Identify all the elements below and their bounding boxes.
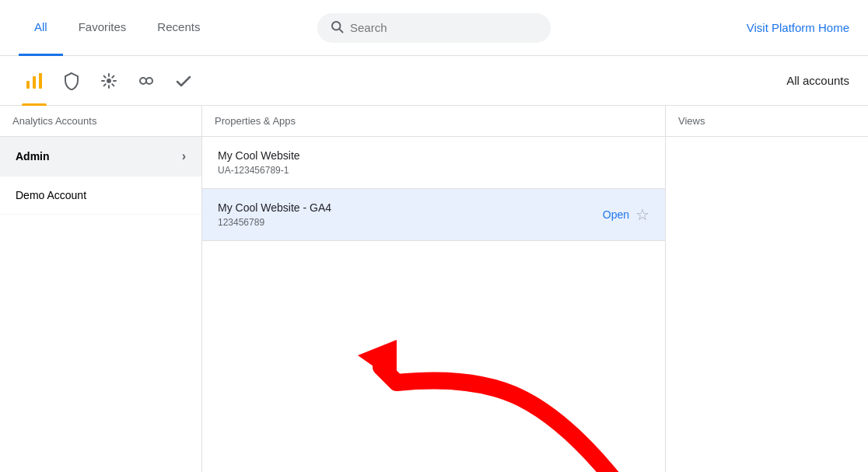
data-studio-icon-btn[interactable] xyxy=(131,65,162,96)
property-actions-ga4: Open ☆ xyxy=(603,205,649,224)
svg-point-7 xyxy=(146,78,152,84)
svg-rect-2 xyxy=(26,81,30,89)
tab-recents[interactable]: Recents xyxy=(142,1,215,56)
views-column-header: Views xyxy=(666,106,868,137)
property-row-ga4: My Cool Website - GA4 123456789 Open ☆ xyxy=(218,201,649,228)
property-id-ua: UA-123456789-1 xyxy=(218,165,649,176)
property-item-ga4[interactable]: My Cool Website - GA4 123456789 Open ☆ xyxy=(202,189,665,241)
svg-line-1 xyxy=(339,29,342,32)
search-box[interactable] xyxy=(317,13,551,43)
optimize-icon-btn[interactable] xyxy=(93,65,124,96)
property-name-ua: My Cool Website xyxy=(218,149,649,162)
product-icon-bar: All accounts xyxy=(0,56,868,106)
tab-all[interactable]: All xyxy=(19,1,63,56)
property-name-ga4: My Cool Website - GA4 xyxy=(218,201,331,214)
tab-favorites[interactable]: Favorites xyxy=(63,1,142,56)
accounts-column: Analytics Accounts Admin › Demo Account xyxy=(0,106,202,472)
all-accounts-label: All accounts xyxy=(786,74,849,87)
tag-manager-icon xyxy=(62,72,81,90)
data-studio-icon xyxy=(137,72,156,90)
property-info-ga4: My Cool Website - GA4 123456789 xyxy=(218,201,331,228)
search-icon xyxy=(330,19,344,37)
property-id-ga4: 123456789 xyxy=(218,217,331,228)
analytics-icon-btn[interactable] xyxy=(19,65,50,96)
visit-platform-link[interactable]: Visit Platform Home xyxy=(747,21,849,34)
account-item-demo[interactable]: Demo Account xyxy=(0,177,201,215)
property-item-ua[interactable]: My Cool Website UA-123456789-1 xyxy=(202,137,665,189)
account-label-demo: Demo Account xyxy=(16,189,86,201)
optimize-icon xyxy=(100,72,118,90)
surveys-icon-btn[interactable] xyxy=(168,65,199,96)
analytics-icon xyxy=(25,72,44,90)
star-icon-ga4[interactable]: ☆ xyxy=(635,205,649,224)
account-label-admin: Admin xyxy=(16,150,50,163)
svg-rect-3 xyxy=(33,76,36,89)
views-column: Views xyxy=(666,106,868,472)
accounts-column-header: Analytics Accounts xyxy=(0,106,201,137)
open-link-ga4[interactable]: Open xyxy=(603,208,629,221)
tag-manager-icon-btn[interactable] xyxy=(56,65,87,96)
svg-point-5 xyxy=(107,79,111,83)
top-navigation: All Favorites Recents Visit Platform Hom… xyxy=(0,0,868,56)
surveys-icon xyxy=(174,72,193,90)
svg-point-6 xyxy=(140,78,146,84)
search-input[interactable] xyxy=(350,21,538,34)
properties-column-header: Properties & Apps xyxy=(202,106,665,137)
chevron-right-icon: › xyxy=(182,149,186,163)
properties-column: Properties & Apps My Cool Website UA-123… xyxy=(202,106,666,472)
nav-tabs: All Favorites Recents xyxy=(19,0,215,55)
svg-rect-4 xyxy=(39,73,42,89)
account-item-admin[interactable]: Admin › xyxy=(0,137,201,177)
main-content: Analytics Accounts Admin › Demo Account … xyxy=(0,106,868,472)
